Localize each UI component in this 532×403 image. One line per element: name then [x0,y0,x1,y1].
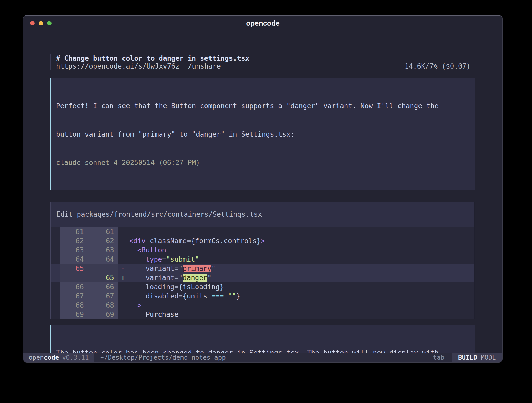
assistant-message: Perfect! I can see that the Button compo… [50,78,475,190]
code-token: > [137,301,142,309]
diff-new-line-number: 65 [88,273,118,282]
edit-tool-title: Edit packages/frontend/src/containers/Se… [51,202,474,227]
share-url-link[interactable]: https://opencode.ai/s/UwJxv76z [56,62,180,70]
window-titlebar[interactable]: opencode [23,16,502,30]
diff-row: 6767 disabled={units === ""} [51,292,474,301]
app-version-chip: opencodev0.3.11 [23,353,94,362]
code-token: type [146,255,162,263]
diff-gutter-strip [51,227,60,236]
code-token: {formCs.controls} [191,237,261,245]
minimize-window-button[interactable] [39,21,43,25]
diff-gutter-strip [51,292,60,301]
session-header: # Change button color to danger in setti… [50,54,475,70]
diff-old-line-number: 65 [60,264,88,273]
diff-row: 6161 [51,227,474,236]
tab-key-hint[interactable]: tab [433,353,444,362]
diff-old-line-number: 62 [60,236,88,246]
diff-old-line-number: 64 [60,255,88,264]
diff-new-line-number: 67 [88,292,118,301]
cwd-path: ~/Desktop/Projects/demo-notes-app [100,353,226,362]
diff-rows: 61616262 <div className={formCs.controls… [51,227,474,319]
diff-code-line: type="submit" [118,255,474,264]
diff-gutter-strip [51,264,60,273]
code-token [121,311,146,318]
diff-code-line: disabled={units === ""} [118,292,474,301]
diff-row: 65+ variant="danger" [51,273,474,282]
diff-row: 6969 Purchase [51,310,474,319]
edit-tool-card: Edit packages/frontend/src/containers/Se… [50,202,475,319]
terminal-content: # Change button color to danger in setti… [23,30,502,348]
diff-code-line: + variant="danger" [118,273,474,282]
diff-row: 6666 loading={isLoading} [51,282,474,292]
diff-old-line-number: 61 [60,227,88,236]
diff-row: 6464 type="submit" [51,255,474,264]
diff-gutter-strip [51,255,60,264]
code-token: "" [228,292,236,300]
app-version: v0.3.11 [62,354,89,361]
message-meta: claude-sonnet-4-20250514 (06:27 PM) [56,158,471,167]
status-bar: opencodev0.3.11 ~/Desktop/Projects/demo-… [23,353,502,362]
diff-row: 6262 <div className={formCs.controls}> [51,236,474,246]
code-token: {units [183,292,212,300]
diff-old-line-number [60,273,88,282]
code-token: {isLoading} [178,283,224,291]
code-token: } [236,292,240,300]
diff-old-line-number: 66 [60,282,88,292]
code-token: = [178,292,183,300]
diff-old-line-number: 67 [60,292,88,301]
window-title: opencode [23,16,502,30]
diff-new-line-number: 68 [88,301,118,310]
code-token [121,246,137,254]
build-mode-badge[interactable]: BUILDMODE [452,353,502,362]
diff-new-line-number: 61 [88,227,118,236]
code-token: =" [175,265,183,272]
code-token: > [261,237,265,245]
diff-new-line-number [88,264,118,273]
diff-row: 65- variant="primary" [51,264,474,273]
diff-row: 6868 > [51,301,474,310]
diff-new-line-number: 62 [88,236,118,246]
diff-old-line-number: 69 [60,310,88,319]
traffic-lights [30,21,52,25]
diff-new-line-number: 64 [88,255,118,264]
code-token: className [150,237,187,245]
diff-new-line-number: 63 [88,246,118,255]
code-token: = [162,255,166,263]
code-token [121,301,137,309]
diff-gutter-strip [51,246,60,255]
code-token: "submit" [166,255,199,263]
code-token: " [207,274,212,282]
diff-gutter-strip [51,282,60,292]
diff-gutter-strip [51,273,60,282]
unshare-command[interactable]: /unshare [188,62,221,70]
diff-code-line: - variant="primary" [118,264,474,273]
diff-new-line-number: 66 [88,282,118,292]
diff-code-line [118,227,474,236]
code-token: variant [146,274,175,282]
close-window-button[interactable] [30,21,35,25]
code-token: disabled [146,292,178,300]
diff-code-line: loading={isLoading} [118,282,474,292]
diff-code-line: <Button [118,246,474,255]
zoom-window-button[interactable] [47,21,52,25]
code-token [121,292,146,300]
code-token [224,292,228,300]
code-token: variant [146,265,175,272]
code-token [146,237,150,245]
code-token: primary [183,265,212,272]
diff-code-line: <div className={formCs.controls}> [118,236,474,246]
code-token: <div [129,237,146,245]
diff-old-line-number: 63 [60,246,88,255]
code-token: = [175,283,179,291]
code-token: - [121,265,125,272]
message-line: Perfect! I can see that the Button compo… [56,101,471,111]
diff-old-line-number: 68 [60,301,88,310]
code-token: loading [146,283,175,291]
opencode-terminal-window: opencode # Change button color to danger… [23,15,503,363]
diff-code-line: Purchase [118,310,474,319]
code-token: " [211,265,216,272]
code-token [121,283,146,291]
diff-code-line: > [118,301,474,310]
token-usage: 14.6K/7% ($0.07) [405,62,470,70]
code-token: + [121,274,125,282]
